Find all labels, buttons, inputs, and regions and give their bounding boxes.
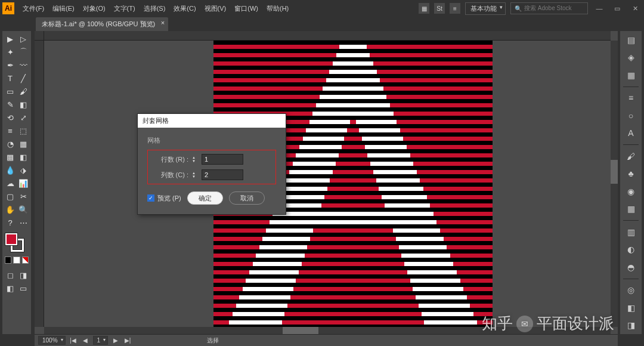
pathfinder-panel-icon[interactable]: ◓ (624, 261, 638, 274)
menu-object[interactable]: 对象(O) (79, 3, 109, 14)
type-tool[interactable]: T (4, 72, 17, 85)
graphic-styles-panel-icon[interactable]: ◧ (624, 301, 638, 314)
header-icon-3[interactable]: ≡ (450, 3, 460, 14)
fill-color[interactable] (5, 233, 18, 246)
line-tool[interactable]: ╱ (17, 72, 30, 85)
color-mode-1[interactable] (5, 257, 11, 264)
shaper-tool[interactable]: ✎ (4, 98, 17, 111)
menu-type[interactable]: 文字(T) (110, 3, 139, 14)
mesh-tool[interactable]: ▩ (4, 150, 17, 163)
ellipse-panel-icon[interactable]: ○ (624, 109, 638, 122)
graph-tool[interactable]: 📊 (17, 177, 30, 190)
watermark-brand: 知乎 (482, 313, 513, 334)
symbol-tool[interactable]: ☁ (4, 177, 17, 190)
tab-close-icon[interactable]: × (161, 19, 165, 26)
stroke-panel-icon[interactable]: ≡ (624, 91, 638, 104)
menu-view[interactable]: 视图(V) (201, 3, 230, 14)
edit-toolbar[interactable]: ⋯ (17, 216, 30, 229)
zoom-level[interactable]: 100% (38, 336, 66, 345)
rotate-tool[interactable]: ⟲ (4, 111, 17, 124)
preview-checkbox[interactable]: ✓ 预览 (P) (147, 194, 181, 203)
magic-wand-tool[interactable]: ✦ (4, 45, 17, 58)
header-icon-2[interactable]: St (434, 3, 445, 14)
artboard-nav[interactable]: 1 (93, 336, 109, 345)
minimize-button[interactable]: — (593, 2, 606, 14)
cancel-button[interactable]: 取消 (229, 191, 265, 205)
tab-bar: 未标题-1.ai* @ 100% (RGB/GPU 预览) × (0, 17, 644, 31)
align-panel-icon[interactable]: ▥ (624, 225, 638, 239)
draw-mode-2[interactable]: ◨ (17, 268, 30, 282)
menu-help[interactable]: 帮助(H) (263, 3, 292, 14)
app-icon: Ai (2, 2, 14, 14)
group-label: 网格 (147, 136, 276, 145)
rows-input[interactable] (202, 154, 243, 165)
draw-mode-1[interactable]: ◻ (4, 268, 17, 282)
menu-file[interactable]: 文件(F) (19, 3, 48, 14)
appearance-panel-icon[interactable]: ◎ (624, 283, 638, 296)
transparency-panel-icon[interactable]: ◨ (624, 319, 638, 332)
ruler-corner (35, 31, 44, 41)
search-icon: 🔍 (515, 5, 522, 12)
menu-edit[interactable]: 编辑(E) (49, 3, 78, 14)
direct-selection-tool[interactable]: ▷ (17, 32, 30, 45)
first-artboard[interactable]: |◀ (69, 337, 78, 344)
curvature-tool[interactable]: 〰 (17, 58, 30, 72)
free-transform-tool[interactable]: ⬚ (17, 124, 30, 137)
workspace (35, 31, 618, 334)
scroll-vertical[interactable] (611, 41, 618, 327)
prev-artboard[interactable]: ◀ (81, 337, 89, 344)
symbols-panel-icon[interactable]: ♣ (624, 168, 638, 181)
swatches-panel-icon[interactable]: ▦ (624, 203, 638, 216)
pen-tool[interactable]: ✒ (4, 58, 17, 72)
width-tool[interactable]: ≡ (4, 124, 17, 137)
slice-tool[interactable]: ✂ (17, 190, 30, 203)
rectangle-tool[interactable]: ▭ (4, 85, 17, 98)
last-artboard[interactable]: ▶| (123, 337, 132, 344)
status-label: 选择 (207, 336, 219, 345)
properties-panel-icon[interactable]: ▤ (624, 33, 638, 47)
stock-search[interactable]: 🔍 搜索 Adobe Stock (510, 2, 588, 14)
menu-window[interactable]: 窗口(W) (231, 3, 262, 14)
selection-tool[interactable]: ▶ (4, 32, 17, 45)
ruler-horizontal[interactable] (44, 31, 611, 41)
eraser-tool[interactable]: ◧ (17, 98, 30, 111)
artboard-tool[interactable]: ▢ (4, 190, 17, 203)
color-panel-icon[interactable]: ◉ (624, 185, 638, 198)
gradient-tool[interactable]: ◧ (17, 150, 30, 163)
zoom-tool[interactable]: 🔍 (17, 203, 30, 216)
color-mode-2[interactable] (13, 257, 20, 264)
ok-button[interactable]: 确定 (187, 191, 223, 205)
help-tool[interactable]: ? (4, 216, 17, 229)
screen-mode[interactable]: ▭ (17, 282, 30, 295)
cols-stepper[interactable]: ▲▼ (192, 171, 198, 178)
shape-builder-tool[interactable]: ◔ (4, 137, 17, 150)
eyedropper-tool[interactable]: 💧 (4, 163, 17, 177)
brush-tool[interactable]: 🖌 (17, 85, 30, 98)
ruler-vertical[interactable] (35, 41, 44, 327)
tool-panel: ▶ ▷ ✦ ⌒ ✒ 〰 T ╱ ▭ 🖌 ✎ ◧ ⟲ ⤢ ≡ ⬚ ◔ ▦ ▩ ◧ … (2, 31, 31, 334)
hand-tool[interactable]: ✋ (4, 203, 17, 216)
libraries-panel-icon[interactable]: ▦ (624, 69, 638, 82)
menu-select[interactable]: 选择(S) (140, 3, 169, 14)
lasso-tool[interactable]: ⌒ (17, 45, 30, 58)
color-swatch[interactable] (2, 230, 31, 255)
menu-effect[interactable]: 效果(C) (170, 3, 199, 14)
cols-input[interactable] (202, 169, 243, 180)
draw-mode-3[interactable]: ◧ (4, 282, 17, 295)
maximize-button[interactable]: ▭ (611, 2, 624, 14)
type-panel-icon[interactable]: A (624, 127, 638, 140)
scale-tool[interactable]: ⤢ (17, 111, 30, 124)
next-artboard[interactable]: ▶ (112, 337, 120, 344)
layers-panel-icon[interactable]: ◈ (624, 51, 638, 64)
search-placeholder: 搜索 Adobe Stock (524, 4, 571, 13)
rows-stepper[interactable]: ▲▼ (192, 156, 198, 163)
transform-panel-icon[interactable]: ◐ (624, 243, 638, 257)
close-button[interactable]: ✕ (628, 2, 642, 14)
blend-tool[interactable]: ⬗ (17, 163, 30, 177)
workspace-switcher[interactable]: 基本功能 (465, 2, 506, 15)
document-tab[interactable]: 未标题-1.ai* @ 100% (RGB/GPU 预览) × (36, 17, 168, 31)
color-mode-3[interactable] (22, 257, 29, 264)
perspective-tool[interactable]: ▦ (17, 137, 30, 150)
brushes-panel-icon[interactable]: 🖌 (624, 150, 638, 163)
header-icon-1[interactable]: ▦ (419, 3, 429, 14)
